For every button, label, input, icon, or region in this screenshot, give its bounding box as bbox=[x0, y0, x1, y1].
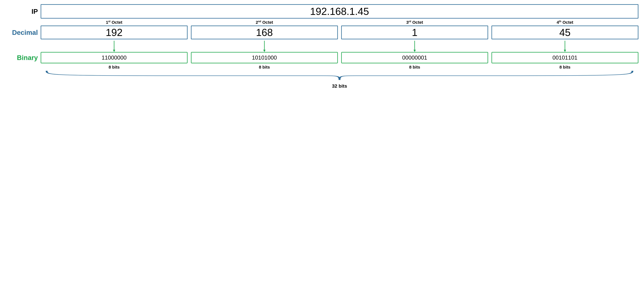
arrow-2 bbox=[191, 41, 338, 52]
octet-header-4: 4th Octet bbox=[492, 20, 638, 26]
binary-octet-2: 10101000 bbox=[191, 52, 338, 63]
octet-label: 3rd Octet bbox=[406, 20, 423, 25]
octet-header-row: 1st Octet 2nd Octet 3rd Octet 4th Octet bbox=[6, 20, 638, 26]
binary-octet-1: 11000000 bbox=[41, 52, 188, 63]
curly-brace-icon bbox=[41, 70, 638, 83]
decimal-octet-3: 1 bbox=[341, 26, 488, 39]
down-arrow-icon bbox=[263, 41, 266, 52]
decimal-row: Decimal 192 168 1 45 bbox=[6, 26, 638, 39]
octet-header-3: 3rd Octet bbox=[341, 20, 488, 26]
svg-marker-1 bbox=[113, 50, 115, 52]
svg-marker-7 bbox=[564, 50, 566, 52]
ip-row: IP 192.168.1.45 bbox=[6, 4, 638, 19]
octet-header-1: 1st Octet bbox=[41, 20, 188, 26]
decimal-octet-2: 168 bbox=[191, 26, 338, 39]
bits-label-2: 8 bits bbox=[191, 65, 338, 70]
bits-label-4: 8 bits bbox=[492, 65, 638, 70]
ip-address-box: 192.168.1.45 bbox=[41, 4, 638, 19]
brace-row bbox=[6, 70, 638, 83]
down-arrow-icon bbox=[113, 41, 116, 52]
total-bits-row: 32 bits bbox=[6, 83, 638, 89]
decimal-octet-1: 192 bbox=[41, 26, 188, 39]
arrow-3 bbox=[341, 41, 488, 52]
svg-marker-3 bbox=[263, 50, 266, 52]
total-bits-label: 32 bits bbox=[41, 83, 638, 89]
down-arrow-icon bbox=[564, 41, 566, 52]
binary-label: Binary bbox=[6, 54, 41, 62]
arrow-1 bbox=[41, 41, 188, 52]
down-arrow-icon bbox=[413, 41, 416, 52]
binary-octet-3: 00000001 bbox=[341, 52, 488, 63]
svg-marker-5 bbox=[414, 50, 416, 52]
ip-label: IP bbox=[6, 8, 41, 15]
binary-row: Binary 11000000 10101000 00000001 001011… bbox=[6, 52, 638, 63]
decimal-octet-4: 45 bbox=[492, 26, 638, 39]
bits-row: 8 bits 8 bits 8 bits 8 bits bbox=[6, 65, 638, 70]
octet-label: 1st Octet bbox=[106, 20, 122, 25]
binary-octet-4: 00101101 bbox=[492, 52, 638, 63]
arrow-4 bbox=[492, 41, 638, 52]
octet-label: 2nd Octet bbox=[256, 20, 273, 25]
arrow-row bbox=[6, 41, 638, 52]
bits-label-1: 8 bits bbox=[41, 65, 188, 70]
octet-header-2: 2nd Octet bbox=[191, 20, 338, 26]
octet-label: 4th Octet bbox=[557, 20, 573, 25]
decimal-label: Decimal bbox=[6, 29, 41, 36]
bits-label-3: 8 bits bbox=[341, 65, 488, 70]
